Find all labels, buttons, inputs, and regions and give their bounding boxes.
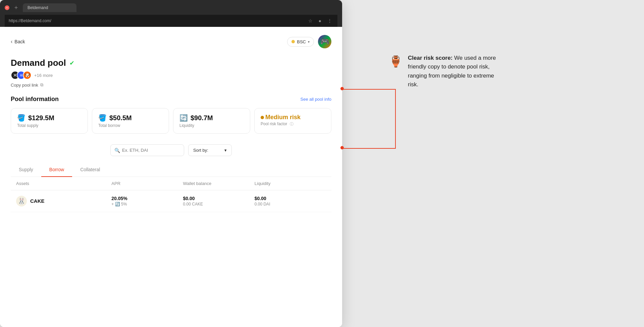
pool-info-title: Pool information <box>11 96 59 103</box>
tabs-container: Supply Borrow Collateral <box>11 163 331 177</box>
stat-risk-label: Pool risk factor ⓘ <box>261 122 325 127</box>
stat-card-risk: Medium risk Pool risk factor ⓘ <box>254 108 331 134</box>
stats-grid: 🪣 $129.5M Total supply 🪣 $50.5M Total bo… <box>11 108 331 134</box>
pool-section: Demand pool ✔ ✕ ≡ 🐶 +16 more Copy pool l… <box>11 58 331 88</box>
annotation-line-bottom <box>342 148 396 149</box>
tab-title: Betdemand <box>28 5 72 10</box>
stat-supply-label: Total supply <box>17 123 82 128</box>
token-icons-row: ✕ ≡ 🐶 +16 more <box>11 71 331 80</box>
asset-cake-icon: 🐰 <box>16 196 27 206</box>
liquidity-icon: 🔄 <box>179 114 188 122</box>
annotation-dot-bottom <box>340 146 344 149</box>
tab-borrow[interactable]: Borrow <box>41 163 72 177</box>
annotation-dot-top <box>340 87 344 90</box>
back-button[interactable]: ‹ Back <box>11 39 25 45</box>
liquidity-sub-value: 0.00 DAI <box>255 202 326 206</box>
col-liquidity: Liquidity <box>255 181 326 186</box>
stat-liquidity-value: $90.7M <box>191 114 213 122</box>
col-wallet: Wallet balance <box>183 181 255 186</box>
liquidity-cell: $0.00 0.00 DAI <box>255 196 326 206</box>
header-right: BSC ▾ 🎮 <box>287 35 331 48</box>
token-icon-3: 🐶 <box>23 71 32 80</box>
wallet-sub-value: 0.00 CAKE <box>183 202 255 206</box>
tab-supply[interactable]: Supply <box>11 163 41 177</box>
stat-card-supply: 🪣 $129.5M Total supply <box>11 108 88 134</box>
copy-link-label: Copy pool link <box>11 83 38 88</box>
annotation-line-top <box>342 89 396 90</box>
apr-sub-value: + 🔄 5% <box>111 202 183 206</box>
stat-card-liquidity: 🔄 $90.7M Liquidity <box>173 108 250 134</box>
liquidity-main-value: $0.00 <box>255 196 326 201</box>
tab-bar: ✕ + Betdemand <box>5 3 337 12</box>
apr-cell: 20.05% + 🔄 5% <box>111 196 183 206</box>
search-icon: 🔍 <box>114 148 120 153</box>
table-row: 🐰 CAKE 20.05% + 🔄 5% $0.00 0.00 CAKE $0.… <box>11 190 331 212</box>
col-assets: Assets <box>16 181 111 186</box>
wallet-cell: $0.00 0.00 CAKE <box>183 196 255 206</box>
profile-icon[interactable]: ● <box>317 17 323 24</box>
annotation-bag-icon: 🏺 <box>389 55 402 68</box>
stat-borrow-value: $50.5M <box>109 114 132 122</box>
pool-title-row: Demand pool ✔ <box>11 58 331 68</box>
annotation-line-vertical <box>395 89 396 149</box>
browser-window: ✕ + Betdemand https://Betdemand.com/ ☆ ●… <box>0 0 342 327</box>
tab-collateral[interactable]: Collateral <box>72 163 108 177</box>
new-tab-button[interactable]: + <box>12 4 20 12</box>
borrow-icon: 🪣 <box>98 114 107 122</box>
supply-icon: 🪣 <box>17 114 25 122</box>
risk-info-icon[interactable]: ⓘ <box>290 122 293 126</box>
annotation-bold: Clear risk score: <box>408 55 452 61</box>
stat-borrow-value-row: 🪣 $50.5M <box>98 114 163 122</box>
stat-supply-value-row: 🪣 $129.5M <box>17 114 82 122</box>
risk-label-row: Medium risk <box>261 114 325 121</box>
apr-main-value: 20.05% <box>111 196 183 201</box>
annotation-text: Clear risk score: We used a more friendl… <box>408 54 496 89</box>
sort-chevron-icon: ▾ <box>224 148 227 153</box>
wallet-main-value: $0.00 <box>183 196 255 201</box>
sort-label: Sort by: <box>193 148 208 153</box>
browser-chrome: ✕ + Betdemand https://Betdemand.com/ ☆ ●… <box>0 0 342 27</box>
apr-sub-text: + 🔄 5% <box>111 202 127 206</box>
address-bar: https://Betdemand.com/ ☆ ● ⋮ <box>5 15 337 27</box>
stat-borrow-label: Total borrow <box>98 123 163 128</box>
back-arrow-icon: ‹ <box>11 39 12 45</box>
verified-badge-icon: ✔ <box>69 59 74 67</box>
stat-liquidity-value-row: 🔄 $90.7M <box>179 114 244 122</box>
annotation-content: 🏺 Clear risk score: We used a more frien… <box>389 54 496 89</box>
close-button[interactable]: ✕ <box>5 5 9 10</box>
browser-tab[interactable]: Betdemand <box>23 3 76 12</box>
menu-icon[interactable]: ⋮ <box>326 17 333 24</box>
asset-name: CAKE <box>30 198 45 204</box>
network-selector[interactable]: BSC ▾ <box>287 37 314 47</box>
sort-button[interactable]: Sort by: ▾ <box>188 144 232 156</box>
tabs-row: Supply Borrow Collateral <box>11 163 331 177</box>
stat-card-borrow: 🪣 $50.5M Total borrow <box>92 108 169 134</box>
col-apr: APR <box>111 181 183 186</box>
stat-risk-value: Medium risk <box>265 114 301 121</box>
url-text: https://Betdemand.com/ <box>9 18 304 23</box>
search-input[interactable] <box>110 144 184 156</box>
network-label: BSC <box>297 39 306 44</box>
risk-dot-icon <box>261 116 264 119</box>
page-content: ‹ Back BSC ▾ 🎮 Demand pool ✔ ✕ ≡ 🐶 <box>0 27 342 327</box>
page-header: ‹ Back BSC ▾ 🎮 <box>11 35 331 48</box>
table-header: Assets APR Wallet balance Liquidity <box>11 177 331 190</box>
annotation-panel: 🏺 Clear risk score: We used a more frien… <box>342 0 644 327</box>
search-wrap: 🔍 <box>110 144 184 156</box>
stat-supply-value: $129.5M <box>28 114 54 122</box>
see-all-pool-info-link[interactable]: See all pool info <box>300 97 331 102</box>
avatar[interactable]: 🎮 <box>318 35 331 48</box>
search-filter-row: 🔍 Sort by: ▾ <box>11 144 331 156</box>
back-label: Back <box>14 39 25 44</box>
token-more-label: +16 more <box>34 73 53 78</box>
chevron-down-icon: ▾ <box>308 40 310 44</box>
pool-info-header: Pool information See all pool info <box>11 96 331 103</box>
asset-cell: 🐰 CAKE <box>16 196 111 206</box>
copy-pool-link[interactable]: Copy pool link ⧉ <box>11 82 331 88</box>
annotation-icon-row: 🏺 Clear risk score: We used a more frien… <box>389 54 496 89</box>
copy-icon: ⧉ <box>40 82 43 88</box>
stat-liquidity-label: Liquidity <box>179 123 244 128</box>
pool-title: Demand pool <box>11 58 66 68</box>
bookmark-icon[interactable]: ☆ <box>307 17 314 24</box>
network-dot-icon <box>291 40 295 43</box>
